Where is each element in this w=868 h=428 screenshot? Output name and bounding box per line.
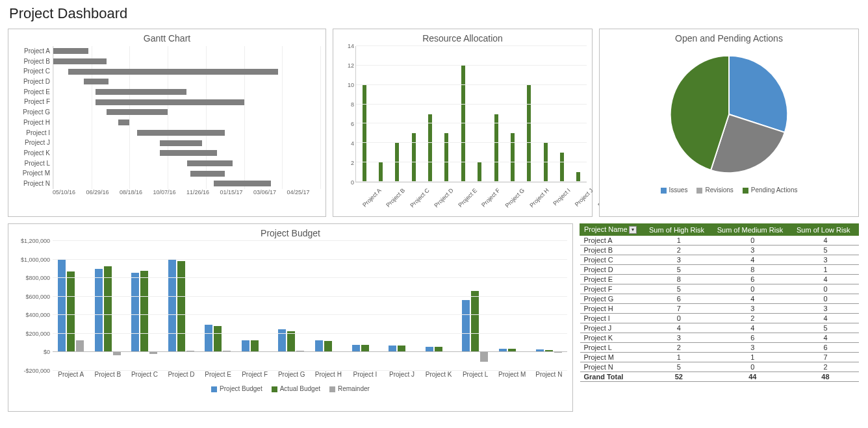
filter-dropdown-icon[interactable]: ▾ xyxy=(629,226,637,234)
risk-table-panel: Project Name▾Sum of High RiskSum of Medi… xyxy=(580,223,859,412)
gantt-row-label: Project J xyxy=(14,138,53,148)
pie-chart xyxy=(667,53,791,176)
budget-xlabel: Project H xyxy=(310,371,347,381)
budget-xlabel: Project J xyxy=(383,371,420,381)
resource-title: Resource Allocation xyxy=(338,33,587,44)
table-row: Project C343 xyxy=(580,255,859,265)
gantt-xaxis-tick: 11/26/16 xyxy=(186,189,220,195)
risk-table-header: Sum of Low Risk xyxy=(792,224,858,236)
resource-bar xyxy=(527,85,531,182)
gantt-bar xyxy=(53,48,88,54)
gantt-xaxis-tick: 05/10/16 xyxy=(53,189,86,195)
gantt-row-label: Project A xyxy=(14,46,53,57)
table-row: Project F500 xyxy=(580,284,859,294)
gantt-row-label: Project G xyxy=(14,107,53,118)
table-row: Project B235 xyxy=(580,245,859,255)
resource-bar xyxy=(576,172,580,182)
budget-bar xyxy=(480,352,488,361)
risk-table-header: Project Name▾ xyxy=(580,224,645,236)
resource-bar xyxy=(494,114,498,183)
budget-bar xyxy=(177,261,185,352)
pie-chart-panel: Open and Pending Actions Issues Revision… xyxy=(599,29,859,217)
gantt-bar xyxy=(107,109,168,115)
budget-bar xyxy=(104,266,112,353)
table-row: Project H733 xyxy=(580,304,859,314)
pie-legend-issues: Issues xyxy=(669,186,688,194)
gantt-bar xyxy=(137,130,225,136)
gantt-row-label: Project E xyxy=(14,87,53,97)
budget-bar xyxy=(95,269,103,353)
budget-chart-panel: Project Budget -$200,000$0$200,000$400,0… xyxy=(8,223,573,412)
risk-table-header: Sum of High Risk xyxy=(645,224,713,236)
table-row: Project A104 xyxy=(580,236,859,245)
gantt-bar xyxy=(53,58,107,64)
gantt-row-label: Project D xyxy=(14,77,53,87)
resource-bar xyxy=(444,133,448,182)
gantt-chart-panel: Gantt Chart Project AProject BProject CP… xyxy=(8,29,326,217)
pie-title: Open and Pending Actions xyxy=(605,33,853,44)
gantt-xaxis-tick: 08/18/16 xyxy=(120,189,153,195)
budget-xlabel: Project E xyxy=(199,371,236,381)
budget-bar xyxy=(214,326,222,352)
gantt-row-label: Project I xyxy=(14,128,53,138)
table-row: Project L236 xyxy=(580,343,859,353)
budget-xlabel: Project D xyxy=(163,371,200,381)
budget-legend-remainder: Remainder xyxy=(338,385,370,392)
resource-xlabel: Project A xyxy=(361,187,383,208)
resource-xlabel: Project I xyxy=(552,187,571,207)
resource-xlabel: Project F xyxy=(480,187,502,208)
gantt-bar xyxy=(160,140,202,146)
resource-bar xyxy=(560,153,564,182)
gantt-bar xyxy=(190,171,225,177)
budget-bar xyxy=(287,331,295,353)
budget-xlabel: Project L xyxy=(457,371,494,381)
budget-legend-actual: Actual Budget xyxy=(280,385,320,392)
budget-xlabel: Project B xyxy=(90,371,127,381)
gantt-xaxis-tick: 03/06/17 xyxy=(253,189,287,195)
budget-bar xyxy=(168,260,176,353)
pie-legend-pending: Pending Actions xyxy=(751,186,798,194)
budget-bar xyxy=(140,271,148,353)
budget-bar xyxy=(242,340,249,353)
gantt-row-label: Project C xyxy=(14,66,53,77)
budget-bar xyxy=(76,340,84,353)
gantt-bar xyxy=(160,150,217,156)
table-row: Project J445 xyxy=(580,323,859,333)
budget-xlabel: Project G xyxy=(273,371,310,381)
budget-bar xyxy=(315,340,323,353)
budget-bar xyxy=(251,340,259,353)
budget-xlabel: Project N xyxy=(531,371,568,381)
gantt-xaxis-tick: 06/29/16 xyxy=(86,189,120,195)
budget-bar xyxy=(471,291,479,352)
budget-legend: Project Budget Actual Budget Remainder xyxy=(14,385,567,392)
resource-bar xyxy=(412,133,416,182)
budget-bar xyxy=(67,271,75,352)
budget-legend-project: Project Budget xyxy=(220,385,262,392)
budget-xlabel: Project M xyxy=(494,371,531,381)
pie-legend: Issues Revisions Pending Actions xyxy=(605,186,853,194)
page-title: Project Dashboard xyxy=(9,5,860,22)
gantt-xaxis-tick: 04/25/17 xyxy=(287,189,321,195)
table-row: Project I024 xyxy=(580,314,859,323)
resource-chart-panel: Resource Allocation 02468101214 Project … xyxy=(333,29,593,217)
gantt-bar xyxy=(68,69,278,75)
gantt-row-label: Project H xyxy=(14,118,53,128)
budget-bar xyxy=(149,352,157,354)
budget-bar xyxy=(462,300,470,352)
table-row: Project N502 xyxy=(580,362,859,372)
resource-bar xyxy=(379,162,383,182)
resource-xlabel: Project E xyxy=(457,187,478,208)
budget-bar xyxy=(324,341,332,352)
budget-xlabel: Project A xyxy=(53,371,90,381)
resource-xlabel: Project J xyxy=(573,187,594,208)
resource-xlabel: Project B xyxy=(385,187,406,208)
risk-table-header: Sum of Medium Risk xyxy=(713,224,792,236)
budget-bar xyxy=(58,260,66,353)
gantt-bar xyxy=(214,181,271,186)
table-row: Project M117 xyxy=(580,353,859,362)
table-row: Project E864 xyxy=(580,275,859,284)
gantt-xaxis-tick: 10/07/16 xyxy=(153,189,187,195)
table-total-row: Grand Total524448 xyxy=(580,372,859,382)
gantt-bar xyxy=(84,79,108,84)
resource-xlabel: Project D xyxy=(433,187,454,208)
